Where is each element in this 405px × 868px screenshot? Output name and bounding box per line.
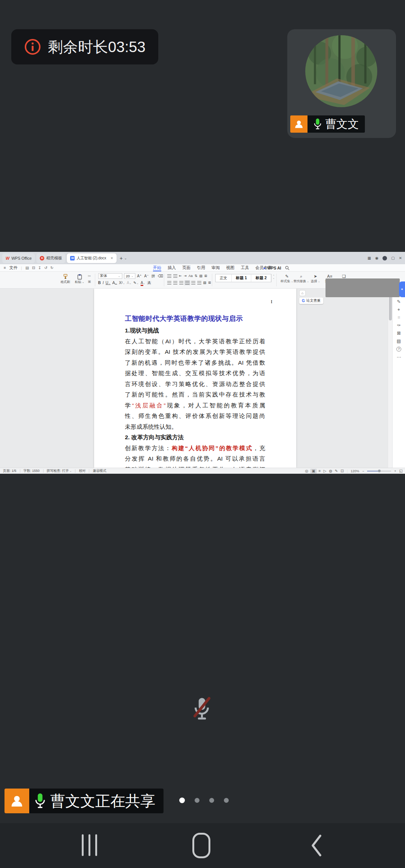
zoom-out-button[interactable]: − [362,469,364,473]
style-正文[interactable]: 正文 [216,274,232,282]
sort-icon[interactable]: ⇅ [195,274,198,278]
样式集-button[interactable]: ✎样式集 ⌄ [280,273,294,284]
print-icon[interactable]: ⊟ [32,266,35,270]
select-cursor-icon[interactable]: ⌖ [398,307,400,312]
protect-eye-icon[interactable]: ◎ [305,469,308,473]
font-tool-icon[interactable]: 拼 [151,274,155,278]
more-icon[interactable]: ⋯ [397,355,401,359]
shading-icon[interactable]: ▨ [203,281,207,284]
align-center-icon[interactable] [173,281,177,284]
mark-icon[interactable]: ▨ [199,274,202,278]
format-icon-✎[interactable]: ✎⌄ [134,281,139,285]
close-icon[interactable]: ✕ [110,256,113,260]
status-1[interactable]: 字数: 1550 [24,468,40,473]
style-标题 1[interactable]: 标题 1 [232,274,252,282]
status-0[interactable]: 页面: 1/6 [3,468,16,473]
distribute-icon[interactable] [191,281,195,284]
查找替换-button[interactable]: ⌕查找替换 ⌄ [294,273,308,284]
style-gallery-scroll[interactable]: ⌃⌄ [272,275,276,279]
recents-icon[interactable] [82,834,97,856]
font-tool-icon[interactable]: A⁺ [137,274,142,278]
copy-icon[interactable]: ▣ [88,280,91,283]
side-panel-tag[interactable]: ✦ [399,281,405,297]
scissors-icon[interactable]: ✂ [88,274,91,278]
zoom-in-button[interactable]: + [394,469,396,473]
wps-ai-button[interactable]: ▲ WPS AI [263,266,281,270]
tab-list-chevron-down-icon[interactable]: ⌄ [124,256,127,260]
scrollbar-thumb[interactable] [389,293,392,320]
fit-page-icon[interactable]: ⊡ [340,469,344,473]
zoom-slider[interactable] [367,471,391,471]
ink-icon[interactable]: ✎ [335,469,338,473]
format-icon-u[interactable]: U⌄ [106,281,111,285]
file-menu[interactable]: 文件 [9,265,18,271]
font-size-select[interactable]: 20⌄ [124,273,135,279]
menu-item-视图[interactable]: 视图 [226,264,234,271]
document-page[interactable]: 工智能时代大学英语教学的现状与启示 1.现状与挑战在人工智能（AI）时代，大学英… [94,289,296,468]
menu-item-审阅[interactable]: 审阅 [212,264,220,271]
web-view-icon[interactable]: ◍ [329,469,332,473]
outdent-icon[interactable]: ⇤ [179,274,182,278]
bullet-list-icon[interactable] [167,274,171,278]
outline-view-icon[interactable]: ≡ [319,469,321,473]
mic-muted-icon[interactable] [187,694,216,723]
format-icon-i[interactable]: I [103,281,104,285]
grid-icon[interactable]: ⊞ [204,274,207,278]
edit-pen-icon[interactable]: ✎ [397,299,400,304]
undo-icon[interactable]: ↺ [44,266,47,270]
format-icon-gray[interactable]: A⌄ [127,281,132,285]
menu-item-插入[interactable]: 插入 [168,264,176,271]
number-list-icon[interactable] [173,274,177,278]
status-3[interactable]: 校对 [79,468,86,473]
redo-icon[interactable]: ↻ [50,266,53,270]
indent-icon[interactable]: ⇥ [184,274,187,278]
browser-tab[interactable]: WWPS Office [2,253,35,263]
format-icon-strike[interactable]: A⌄ [112,281,117,285]
file-history-icon[interactable]: ▤ [397,339,401,343]
paste-button[interactable]: 粘贴 ⌄ [74,273,86,284]
align-justify-icon[interactable] [185,281,189,284]
workspace-icon[interactable]: ▦ [368,256,371,260]
menu-item-开始[interactable]: 开始 [153,264,161,271]
border-icon[interactable]: ⊞ [208,281,211,284]
search-icon[interactable] [285,266,290,270]
font-name-select[interactable]: 宋体⌄ [98,273,122,279]
fullscreen-icon[interactable]: ◱ [399,469,403,473]
close-window-icon[interactable]: ✕ [399,256,402,260]
cut-icon[interactable]: ⊠ [397,331,400,335]
sign-icon[interactable]: ✑ [397,323,400,328]
play-view-icon[interactable]: ▷ [323,469,326,473]
font-color-icon[interactable]: A [141,281,143,286]
back-icon[interactable] [310,834,323,858]
hamburger-icon[interactable]: ≡ [4,266,6,270]
format-icon-boxed[interactable]: A [147,281,151,285]
page-view-icon[interactable]: ▣ [311,469,316,473]
format-painter-button[interactable]: 格式刷 [59,273,71,284]
case-icon[interactable]: Aa [189,274,193,278]
paper-check-pill[interactable]: G 论文查重 [299,298,323,304]
menu-item-引用[interactable]: 引用 [197,264,205,271]
help-icon[interactable]: ? [396,347,401,352]
font-tool-icon[interactable]: A⁻ [144,274,148,278]
status-4[interactable]: 兼容模式 [93,468,106,473]
restore-window-icon[interactable]: ▢ [391,256,394,260]
browser-tab[interactable]: D稻壳模板 [36,253,65,263]
style-标题 2[interactable]: 标题 2 [251,274,271,282]
account-avatar[interactable] [382,256,387,260]
选择-button[interactable]: ➤选择 ⌄ [308,273,322,284]
menu-item-页面[interactable]: 页面 [182,264,190,271]
format-icon-X²[interactable]: X²⌄ [119,281,125,285]
export-icon[interactable]: ↧ [38,266,41,270]
new-tab-button[interactable]: + [120,255,123,261]
adjust-icon[interactable]: ≡ [398,315,400,320]
vertical-scrollbar[interactable]: ▲ [388,289,392,468]
menu-item-工具[interactable]: 工具 [241,264,249,271]
align-right-icon[interactable] [179,281,183,284]
align-left-icon[interactable] [167,281,171,284]
font-tool-icon[interactable]: ⌫ [158,274,163,278]
format-icon-b[interactable]: B [98,281,101,285]
browser-tab[interactable]: W人工智能 (2).docx✕ [67,253,116,263]
format-icon-fontcolor[interactable]: A⌄ [141,281,146,285]
save-icon[interactable]: ▤ [26,266,29,270]
home-icon[interactable] [192,833,210,858]
